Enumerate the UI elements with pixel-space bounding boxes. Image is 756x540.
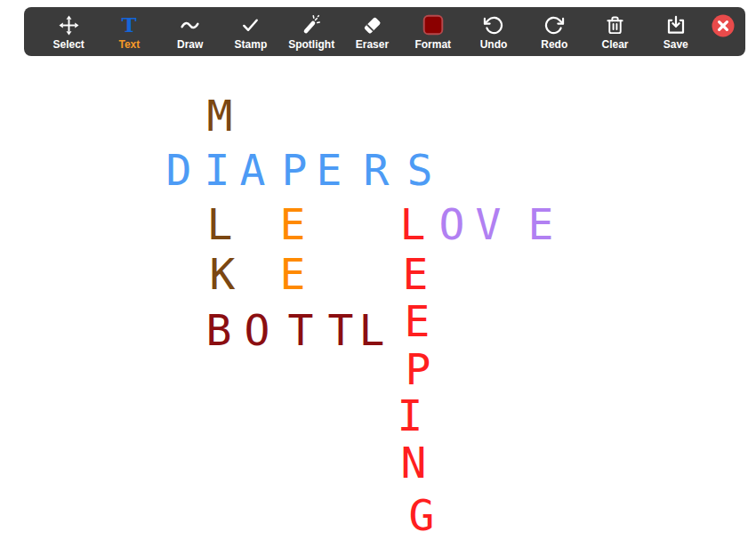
annotation-letter[interactable]: I — [398, 394, 423, 437]
tool-stamp-label: Stamp — [235, 39, 268, 51]
annotation-letter[interactable]: R — [364, 149, 390, 191]
annotation-letter[interactable]: S — [407, 149, 433, 191]
tool-spotlight[interactable]: Spotlight — [281, 12, 342, 52]
tool-save-label: Save — [664, 39, 688, 51]
save-icon — [665, 13, 687, 37]
annotation-letter[interactable]: T — [288, 309, 314, 351]
annotation-toolbar: Select T Text Draw Stamp — [24, 7, 745, 56]
annotation-letter[interactable]: L — [207, 203, 233, 246]
tool-stamp[interactable]: Stamp — [221, 12, 281, 52]
tool-clear[interactable]: Clear — [584, 12, 645, 52]
close-annotation-button[interactable] — [712, 14, 735, 37]
trash-icon — [605, 13, 625, 37]
tool-text-label: Text — [119, 39, 141, 51]
annotation-letter[interactable]: L — [400, 203, 426, 246]
annotation-letter[interactable]: E — [405, 300, 430, 343]
spotlight-icon — [301, 13, 322, 37]
close-icon — [712, 27, 735, 40]
tool-undo[interactable]: Undo — [463, 12, 524, 52]
annotation-letter[interactable]: A — [240, 149, 266, 191]
format-icon — [422, 13, 445, 37]
tool-format-label: Format — [414, 39, 451, 51]
annotation-letter[interactable]: D — [166, 149, 192, 191]
tool-draw[interactable]: Draw — [160, 12, 221, 52]
undo-icon — [483, 13, 503, 37]
annotation-letter[interactable]: O — [245, 309, 270, 351]
draw-icon — [179, 13, 201, 37]
tool-text[interactable]: T Text — [99, 12, 159, 52]
tool-eraser-label: Eraser — [356, 39, 389, 51]
annotation-letter[interactable]: P — [282, 149, 308, 191]
redo-icon — [544, 13, 565, 37]
format-swatch — [423, 16, 442, 35]
annotation-letter[interactable]: M — [207, 94, 233, 137]
move-icon — [59, 13, 79, 37]
tool-redo[interactable]: Redo — [524, 12, 584, 52]
text-icon: T — [118, 13, 140, 37]
tool-select[interactable]: Select — [38, 12, 99, 52]
tool-eraser[interactable]: Eraser — [342, 12, 402, 52]
annotation-letter[interactable]: E — [317, 149, 342, 191]
stamp-icon — [240, 13, 261, 37]
annotation-letter[interactable]: E — [280, 203, 306, 246]
svg-text:T: T — [122, 14, 137, 36]
tool-format[interactable]: Format — [403, 12, 463, 52]
annotation-canvas[interactable]: MDIAPERSLELOVEKEEBOTTLEPING — [0, 0, 756, 540]
tool-undo-label: Undo — [480, 39, 508, 51]
annotation-letter[interactable]: T — [328, 309, 354, 351]
annotation-letter[interactable]: N — [401, 441, 427, 484]
eraser-icon — [361, 13, 383, 37]
tool-clear-label: Clear — [602, 39, 629, 51]
annotation-letter[interactable]: B — [206, 309, 232, 351]
tool-draw-label: Draw — [177, 39, 203, 51]
annotation-letter[interactable]: O — [439, 203, 465, 246]
tool-spotlight-label: Spotlight — [288, 39, 334, 51]
annotation-letter[interactable]: E — [280, 253, 306, 295]
annotation-letter[interactable]: P — [406, 348, 431, 391]
annotation-letter[interactable]: V — [476, 203, 502, 246]
annotation-letter[interactable]: G — [409, 494, 435, 536]
tool-save[interactable]: Save — [646, 12, 706, 52]
annotation-letter[interactable]: E — [528, 203, 554, 246]
annotation-letter[interactable]: L — [359, 309, 385, 351]
annotation-letter[interactable]: K — [210, 253, 236, 295]
tool-select-label: Select — [52, 39, 84, 51]
annotation-letter[interactable]: I — [205, 149, 230, 191]
annotation-letter[interactable]: E — [403, 253, 429, 295]
tool-redo-label: Redo — [541, 39, 567, 51]
